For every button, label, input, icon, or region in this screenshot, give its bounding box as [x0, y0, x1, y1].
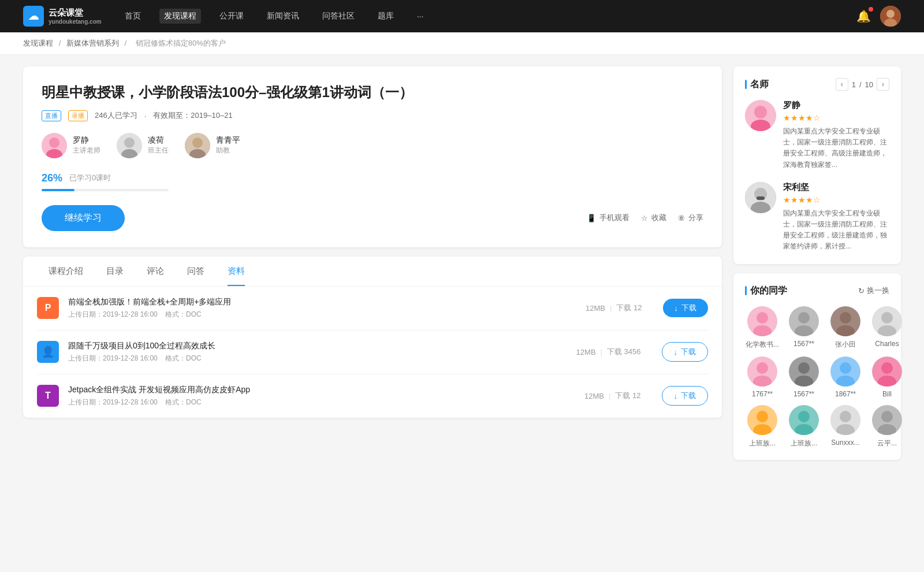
tab-resources[interactable]: 资料 — [216, 257, 256, 286]
svg-point-44 — [757, 411, 768, 422]
breadcrumb: 发现课程 / 新媒体营销系列 / 销冠修炼术搞定80%的客户 — [0, 32, 924, 55]
nav-item-open[interactable]: 公开课 — [215, 9, 248, 24]
share-link[interactable]: ⑧ 分享 — [678, 213, 703, 223]
nav-item-courses[interactable]: 发现课程 — [159, 9, 201, 24]
course-actions: 继续学习 📱 手机观看 ☆ 收藏 ⑧ 分享 — [42, 205, 703, 231]
nav-items: 首页 发现课程 公开课 新闻资讯 问答社区 题库 ··· — [120, 9, 429, 24]
collect-link[interactable]: ☆ 收藏 — [641, 213, 666, 223]
nav-item-more[interactable]: ··· — [412, 9, 429, 23]
progress-fill — [42, 189, 74, 191]
breadcrumb-current: 销冠修炼术搞定80%的客户 — [136, 39, 226, 47]
classmate-name: Bill — [870, 390, 904, 398]
svg-point-7 — [124, 138, 135, 148]
teacher-name-2: 凌荷 — [148, 135, 169, 146]
right-panel: 名师 ‹ 1 / 10 › 罗静 ★★★★☆ — [733, 66, 901, 460]
svg-point-53 — [881, 411, 893, 422]
badge-live: 直播 — [42, 110, 61, 121]
classmate-avatar[interactable] — [789, 405, 819, 435]
continue-button[interactable]: 继续学习 — [42, 205, 125, 231]
share-label: 分享 — [688, 213, 703, 223]
tab-intro[interactable]: 课程介绍 — [37, 257, 95, 286]
classmate-name: Charles — [870, 340, 904, 348]
classmate-avatar[interactable] — [789, 306, 819, 336]
classmate-avatar[interactable] — [872, 356, 902, 387]
classmate-avatar[interactable] — [747, 356, 777, 387]
user-avatar-nav[interactable] — [880, 6, 901, 27]
nav-item-qa[interactable]: 问答社区 — [318, 9, 359, 24]
resource-meta-1: 上传日期：2019-12-28 16:00 格式：DOC — [68, 354, 567, 363]
classmate-item: 上班族... — [745, 405, 780, 448]
svg-point-29 — [881, 312, 893, 324]
resource-item: P 前端全栈加强版！前端全栈+全周期+多端应用 上传日期：2019-12-28 … — [37, 287, 708, 330]
bell-icon[interactable]: 🔔 — [856, 9, 871, 23]
classmate-avatar[interactable] — [830, 405, 860, 435]
logo[interactable]: ☁ 云朵课堂 yundouketang.com — [23, 6, 102, 27]
resource-item: T Jetpack全组件实战 开发短视频应用高仿皮皮虾App 上传日期：2019… — [37, 374, 708, 418]
refresh-button[interactable]: ↻ 换一换 — [858, 285, 889, 296]
download-button-0[interactable]: ↓ 下载 — [663, 299, 709, 317]
classmate-item: 张小田 — [828, 306, 863, 350]
mobile-icon: 📱 — [587, 214, 596, 222]
classmate-avatar[interactable] — [830, 356, 860, 387]
progress-pct: 26% — [42, 172, 62, 184]
classmate-avatar[interactable] — [747, 405, 777, 435]
teacher-1: 罗静 主讲老师 — [42, 133, 100, 158]
classmate-avatar[interactable] — [747, 306, 777, 336]
teacher-info-1: 罗静 主讲老师 — [73, 135, 100, 155]
learners-count: 246人已学习 — [95, 110, 137, 121]
tab-toc[interactable]: 目录 — [95, 257, 135, 286]
teacher-info-2: 凌荷 班主任 — [148, 135, 169, 155]
logo-icon: ☁ — [23, 6, 44, 27]
svg-point-50 — [840, 411, 851, 422]
resource-name-0: 前端全栈加强版！前端全栈+全周期+多端应用 — [68, 297, 576, 307]
classmate-avatar[interactable] — [789, 356, 819, 387]
download-button-1[interactable]: ↓ 下载 — [662, 342, 709, 362]
tab-qa[interactable]: 问答 — [176, 257, 216, 286]
classmates-title: 你的同学 — [745, 285, 787, 297]
classmate-name: 1567** — [787, 340, 821, 348]
next-page-btn[interactable]: › — [877, 78, 889, 91]
classmate-avatar[interactable] — [872, 306, 902, 336]
classmate-name: 上班族... — [745, 439, 780, 448]
classmate-name: 1567** — [787, 390, 821, 398]
teacher-detail-row-1: 宋利坚 ★★★★☆ 国内某重点大学安全工程专业硕士，国家一级注册消防工程师、注册… — [745, 182, 889, 252]
svg-point-47 — [798, 411, 810, 422]
nav-item-problems[interactable]: 题库 — [373, 9, 398, 24]
classmate-avatar[interactable] — [830, 306, 860, 336]
teacher-detail-list: 罗静 ★★★★☆ 国内某重点大学安全工程专业硕士，国家一级注册消防工程师、注册安… — [745, 100, 889, 252]
refresh-label: 换一换 — [867, 285, 889, 296]
navbar: ☁ 云朵课堂 yundouketang.com 首页 发现课程 公开课 新闻资讯… — [0, 0, 924, 32]
svg-rect-18 — [757, 196, 765, 200]
classmate-item: 云平... — [870, 405, 904, 448]
svg-point-4 — [49, 138, 59, 148]
tab-reviews[interactable]: 评论 — [135, 257, 176, 286]
nav-right: 🔔 — [856, 6, 901, 27]
download-button-2[interactable]: ↓ 下载 — [662, 386, 709, 406]
resource-name-1: 跟随千万级项目从0到100全过程高效成长 — [68, 341, 567, 351]
classmate-item: Charles — [870, 306, 904, 350]
prev-page-btn[interactable]: ‹ — [836, 78, 848, 91]
nav-item-home[interactable]: 首页 — [120, 9, 146, 24]
teacher-role-1: 主讲老师 — [73, 146, 100, 155]
nav-item-news[interactable]: 新闻资讯 — [262, 9, 304, 24]
svg-point-35 — [798, 362, 810, 374]
teacher-role-3: 助教 — [216, 146, 240, 155]
classmates-header: 你的同学 ↻ 换一换 — [745, 285, 889, 297]
resource-info-2: Jetpack全组件实战 开发短视频应用高仿皮皮虾App 上传日期：2019-1… — [68, 385, 575, 407]
page-total: 10 — [865, 80, 873, 89]
classmate-avatar[interactable] — [872, 405, 902, 435]
svg-point-41 — [881, 362, 893, 374]
mobile-watch-label: 手机观看 — [599, 213, 629, 223]
mobile-watch-link[interactable]: 📱 手机观看 — [587, 213, 629, 223]
teacher-detail-info-0: 罗静 ★★★★☆ 国内某重点大学安全工程专业硕士，国家一级注册消防工程师、注册安… — [783, 100, 889, 170]
tabs-header: 课程介绍 目录 评论 问答 资料 — [23, 257, 722, 287]
teacher-3: 青青平 助教 — [185, 133, 240, 158]
breadcrumb-link-1[interactable]: 发现课程 — [23, 39, 53, 47]
resource-info-1: 跟随千万级项目从0到100全过程高效成长 上传日期：2019-12-28 16:… — [68, 341, 567, 363]
classmate-item: 1767** — [745, 356, 780, 398]
star-icon: ☆ — [641, 214, 648, 222]
breadcrumb-link-2[interactable]: 新媒体营销系列 — [66, 39, 119, 47]
badge-rec: 录播 — [68, 110, 88, 121]
teacher-avatar-2 — [117, 133, 142, 158]
pagination: ‹ 1 / 10 › — [836, 78, 889, 91]
